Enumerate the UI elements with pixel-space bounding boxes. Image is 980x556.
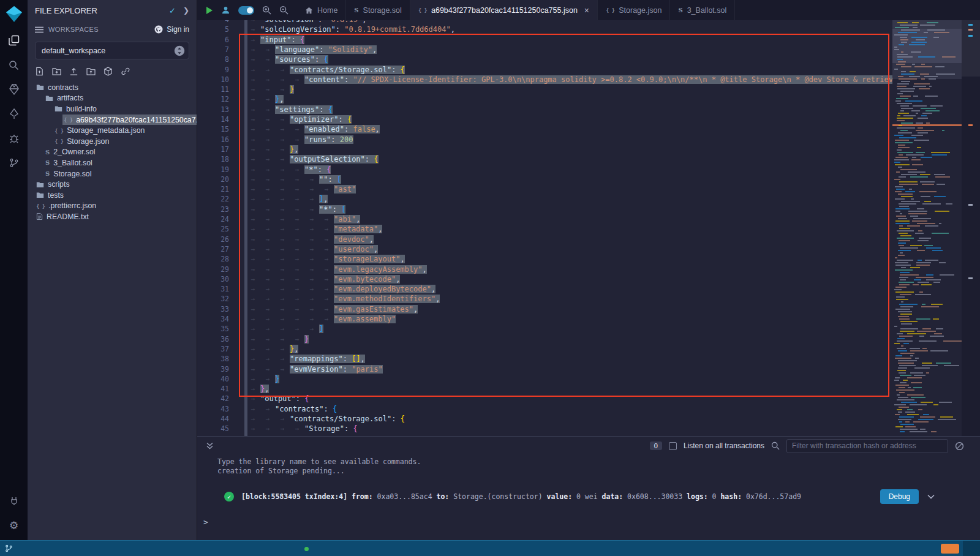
- code-line-21[interactable]: 21→→→→→→"ast": [197, 184, 980, 194]
- deploy-run-icon[interactable]: [0, 102, 28, 126]
- code-line-4[interactable]: 4→"solcVersion": "0.8.19",: [197, 20, 980, 24]
- code-line-8[interactable]: 8→→"sources": {: [197, 54, 980, 64]
- workspace-options-icon[interactable]: [174, 45, 185, 56]
- file-3_Ballot.sol[interactable]: S3_Ballot.sol: [28, 157, 197, 168]
- code-line-17[interactable]: 17→→→},: [197, 145, 980, 154]
- run-script-button[interactable]: [206, 6, 213, 15]
- check-icon[interactable]: ✓: [169, 6, 176, 15]
- tab-3_Ballot.sol[interactable]: S3_Ballot.sol: [670, 0, 735, 20]
- code-line-23[interactable]: 23→→→→→"*": [: [197, 205, 980, 214]
- code-editor[interactable]: 4→"solcVersion": "0.8.19",5→"solcLongVer…: [197, 20, 980, 436]
- folder-contracts[interactable]: contracts: [28, 82, 197, 93]
- code-line-9[interactable]: 9→→→"contracts/Storage.sol": {: [197, 65, 980, 75]
- file-.prettierrc.json[interactable]: { }.prettierrc.json: [28, 201, 197, 212]
- upload-folder-icon[interactable]: [86, 67, 96, 75]
- code-line-14[interactable]: 14→→→"optimizer": {: [197, 115, 980, 124]
- tab-Home[interactable]: Home: [297, 0, 346, 20]
- code-line-20[interactable]: 20→→→→→"": [: [197, 175, 980, 184]
- code-line-27[interactable]: 27→→→→→→"userdoc",: [197, 244, 980, 254]
- file-Storage.sol[interactable]: SStorage.sol: [28, 168, 197, 179]
- code-line-26[interactable]: 26→→→→→→"devdoc",: [197, 235, 980, 244]
- file-Storage_metadata.json[interactable]: { }Storage_metadata.json: [28, 125, 197, 136]
- terminal-expand-icon[interactable]: [206, 441, 214, 450]
- code-line-40[interactable]: 40→→}: [197, 374, 980, 384]
- code-line-36[interactable]: 36→→→→}: [197, 334, 980, 344]
- file-2_Owner.sol[interactable]: S2_Owner.sol: [28, 147, 197, 158]
- toggle-switch-icon[interactable]: [238, 6, 254, 15]
- listen-all-checkbox[interactable]: [669, 442, 677, 450]
- tab-a69b43f277ba20fcac141151250ca755.json[interactable]: { }a69b43f277ba20fcac141151250ca755.json…: [410, 0, 598, 20]
- tx-expand-chevron-icon[interactable]: [927, 494, 935, 499]
- code-line-30[interactable]: 30→→→→→→"evm.bytecode",: [197, 274, 980, 284]
- code-line-38[interactable]: 38→→→"remappings": [],: [197, 354, 980, 364]
- ipfs-box-icon[interactable]: [104, 67, 113, 76]
- solidity-compiler-icon[interactable]: [0, 77, 28, 102]
- code-line-35[interactable]: 35→→→→→]: [197, 324, 980, 334]
- folder-build-info[interactable]: build-info: [28, 103, 197, 115]
- link-icon[interactable]: [121, 67, 130, 76]
- file-README.txt[interactable]: README.txt: [28, 211, 197, 222]
- overview-ruler[interactable]: [962, 20, 980, 436]
- folder-artifacts[interactable]: artifacts: [28, 93, 197, 104]
- settings-gear-icon[interactable]: ⚙: [0, 513, 28, 538]
- tx-filter-input[interactable]: [786, 439, 948, 453]
- status-branch-icon[interactable]: [5, 544, 13, 552]
- code-line-7[interactable]: 7→→"language": "Solidity",: [197, 45, 980, 54]
- code-line-6[interactable]: 6→"input": {: [197, 35, 980, 45]
- terminal-search-icon[interactable]: [771, 441, 780, 450]
- code-line-10[interactable]: 10→→→→"content": "// SPDX-License-Identi…: [197, 75, 980, 85]
- minimap[interactable]: [892, 20, 962, 436]
- debug-button[interactable]: Debug: [880, 489, 919, 504]
- code-line-15[interactable]: 15→→→→"enabled": false,: [197, 124, 980, 134]
- file-explorer-icon[interactable]: [0, 28, 28, 53]
- code-line-12[interactable]: 12→→},: [197, 94, 980, 104]
- code-line-5[interactable]: 5→"solcLongVersion": "0.8.19+commit.7dd6…: [197, 24, 980, 34]
- code-line-41[interactable]: 41→},: [197, 384, 980, 394]
- code-line-42[interactable]: 42→"output": {: [197, 394, 980, 404]
- ai-copilot-badge[interactable]: [941, 544, 959, 554]
- upload-file-icon[interactable]: [69, 67, 78, 76]
- new-folder-icon[interactable]: [52, 67, 61, 75]
- new-file-icon[interactable]: [35, 67, 44, 76]
- file-Storage.json[interactable]: { }Storage.json: [28, 136, 197, 147]
- search-icon[interactable]: [0, 53, 28, 77]
- chevron-right-icon[interactable]: ❯: [183, 6, 189, 15]
- code-line-28[interactable]: 28→→→→→→"storageLayout",: [197, 254, 980, 264]
- debugger-icon[interactable]: [0, 126, 28, 151]
- sign-in-button[interactable]: Sign in: [154, 25, 189, 34]
- code-line-25[interactable]: 25→→→→→→"metadata",: [197, 224, 980, 234]
- remix-logo[interactable]: [0, 0, 28, 28]
- code-line-22[interactable]: 22→→→→→],: [197, 194, 980, 204]
- zoom-out-icon[interactable]: [279, 6, 288, 15]
- workspaces-menu-icon[interactable]: [35, 26, 43, 33]
- code-line-32[interactable]: 32→→→→→→"evm.methodIdentifiers",: [197, 294, 980, 304]
- code-line-34[interactable]: 34→→→→→→"evm.assembly": [197, 314, 980, 324]
- file-a69b43f277ba20fcac141151250ca7...[interactable]: { }a69b43f277ba20fcac141151250ca7...: [28, 115, 197, 126]
- zoom-in-icon[interactable]: [262, 6, 271, 15]
- clear-console-icon[interactable]: [955, 441, 964, 451]
- code-line-16[interactable]: 16→→→→"runs": 200: [197, 135, 980, 145]
- code-line-19[interactable]: 19→→→→"*": {: [197, 165, 980, 175]
- code-line-43[interactable]: 43→→"contracts": {: [197, 404, 980, 414]
- code-line-44[interactable]: 44→→→"contracts/Storage.sol": {: [197, 414, 980, 424]
- code-line-31[interactable]: 31→→→→→→"evm.deployedBytecode",: [197, 284, 980, 294]
- code-line-45[interactable]: 45→→→→"Storage": {: [197, 424, 980, 434]
- ai-assistant-icon[interactable]: [221, 6, 230, 15]
- folder-scripts[interactable]: scripts: [28, 179, 197, 190]
- tab-Storage.json[interactable]: { }Storage.json: [598, 0, 670, 20]
- code-line-24[interactable]: 24→→→→→→"abi",: [197, 214, 980, 224]
- tab-Storage.sol[interactable]: SStorage.sol: [346, 0, 410, 20]
- code-line-37[interactable]: 37→→→},: [197, 344, 980, 354]
- code-line-29[interactable]: 29→→→→→→"evm.legacyAssembly",: [197, 265, 980, 274]
- transaction-log[interactable]: ✓ [block:5583405 txIndex:4] from: 0xa03.…: [224, 488, 980, 505]
- close-tab-icon[interactable]: ×: [584, 6, 589, 15]
- workspace-selector[interactable]: default_workspace: [35, 42, 189, 59]
- code-line-33[interactable]: 33→→→→→→"evm.gasEstimates",: [197, 304, 980, 314]
- folder-tests[interactable]: tests: [28, 190, 197, 201]
- code-line-11[interactable]: 11→→→}: [197, 85, 980, 94]
- git-icon[interactable]: [0, 151, 28, 175]
- terminal-prompt[interactable]: >: [203, 517, 208, 527]
- code-line-18[interactable]: 18→→→"outputSelection": {: [197, 154, 980, 164]
- code-line-13[interactable]: 13→→"settings": {: [197, 105, 980, 115]
- code-line-39[interactable]: 39→→→"evmVersion": "paris": [197, 364, 980, 374]
